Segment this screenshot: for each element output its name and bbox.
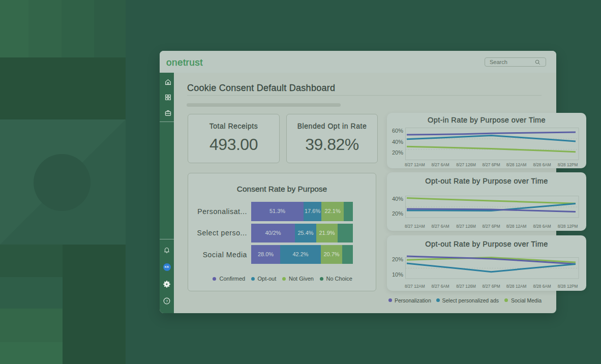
svg-text:8/27 126M: 8/27 126M xyxy=(456,163,476,167)
svg-text:40%: 40% xyxy=(392,139,403,145)
svg-text:60%: 60% xyxy=(392,128,403,134)
svg-text:8/27 12AM: 8/27 12AM xyxy=(405,163,425,167)
svg-text:20%: 20% xyxy=(392,210,403,217)
svg-text:8/27 6AM: 8/27 6AM xyxy=(431,224,449,229)
svg-text:8/28 12PM: 8/28 12PM xyxy=(558,284,578,289)
svg-text:8/27 6PM: 8/27 6PM xyxy=(482,163,500,167)
svg-text:8/28 12AM: 8/28 12AM xyxy=(506,163,527,167)
svg-text:8/28 6AM: 8/28 6AM xyxy=(533,284,551,289)
svg-text:8/27 6AM: 8/27 6AM xyxy=(431,284,449,289)
svg-text:?: ? xyxy=(166,299,168,304)
svg-text:40%: 40% xyxy=(392,196,403,202)
svg-text:8/28 12PM: 8/28 12PM xyxy=(558,163,578,167)
svg-text:8/28 6AM: 8/28 6AM xyxy=(533,163,551,167)
svg-text:8/27 126M: 8/27 126M xyxy=(456,284,476,289)
svg-text:20%: 20% xyxy=(392,256,403,262)
svg-text:8/28 6AM: 8/28 6AM xyxy=(533,224,551,229)
svg-text:8/27 12AM: 8/27 12AM xyxy=(405,284,425,289)
svg-text:8/28 12AM: 8/28 12AM xyxy=(506,284,527,289)
svg-text:8/27 126M: 8/27 126M xyxy=(456,224,476,229)
svg-text:8/28 12PM: 8/28 12PM xyxy=(558,224,578,229)
svg-text:8/27 12AM: 8/27 12AM xyxy=(405,224,425,229)
svg-text:8/27 6PM: 8/27 6PM xyxy=(482,284,500,289)
svg-text:20%: 20% xyxy=(392,149,403,156)
svg-text:10%: 10% xyxy=(392,271,403,278)
svg-text:8/27 6PM: 8/27 6PM xyxy=(482,224,500,229)
svg-text:8/28 12AM: 8/28 12AM xyxy=(506,224,527,229)
svg-text:8/27 6AM: 8/27 6AM xyxy=(431,163,449,167)
